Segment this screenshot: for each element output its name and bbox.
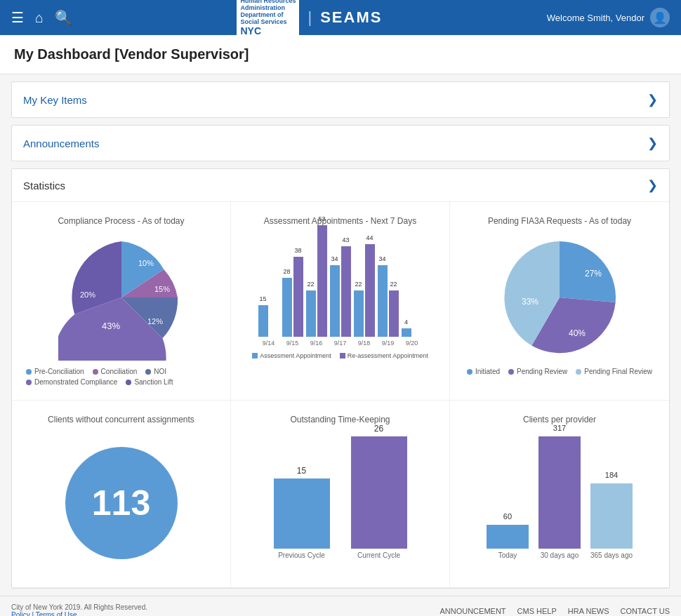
legend-square-assess <box>252 353 258 359</box>
copyright-text: City of New York 2019. All Rights Reserv… <box>11 603 147 611</box>
clients-provider-cell: Clients per provider 60 Today 317 <box>450 401 669 588</box>
fia3a-legend: Initiated Pending Review Pending Final R… <box>464 368 655 375</box>
footer-policy-links[interactable]: Policy | Terms of Use <box>11 611 147 616</box>
content: My Key Items ❯ Announcements ❯ Statistic… <box>0 81 681 589</box>
legend-sanction: Sanction Lift <box>126 378 173 386</box>
seams-title: SEAMS <box>320 8 382 27</box>
bar-date-914: 9/14 <box>263 340 275 347</box>
statistics-header[interactable]: Statistics ❯ <box>12 169 669 202</box>
bar-915-reassess: 38 <box>293 257 303 337</box>
fia-label-33: 33% <box>522 297 538 307</box>
legend-conciliation: Conciliation <box>93 368 138 375</box>
bar-916-reassess: 53 <box>317 225 327 337</box>
bar-pair-919: 34 22 <box>378 265 399 337</box>
fia-label-40: 40% <box>569 328 586 338</box>
bar-prev-date: Previous Cycle <box>278 551 325 559</box>
footer-cms-help[interactable]: CMS HELP <box>517 607 557 615</box>
clients-concurrent-cell: Clients without concurrent assignments 1… <box>12 401 231 588</box>
legend-square-reassess <box>340 353 345 359</box>
legend-reassess: Re-assessment Appointment <box>340 352 428 359</box>
footer-contact-us[interactable]: CONTACT US <box>621 607 670 615</box>
charts-grid: Compliance Process - As of today <box>12 202 669 588</box>
bar-pair-916: 22 53 <box>306 225 327 337</box>
footer-right: ANNOUNCEMENT CMS HELP HRA NEWS CONTACT U… <box>439 607 670 615</box>
bar-920-assess: 4 <box>402 328 411 337</box>
timekeeping-title: Outstanding Time-Keeping <box>242 415 438 424</box>
bar-date-920: 9/20 <box>406 340 418 347</box>
menu-icon[interactable]: ☰ <box>11 9 24 26</box>
bar-pair-920: 4 <box>402 328 423 337</box>
fia3a-pie-chart: 27% 40% 33% <box>496 234 623 361</box>
footer-left: City of New York 2019. All Rights Reserv… <box>11 603 147 616</box>
page-title-bar: My Dashboard [Vendor Supervisor] <box>0 35 681 74</box>
bar-919-assess: 34 <box>378 265 388 337</box>
big-circle-113: 113 <box>65 447 178 559</box>
bar-prev-label: 15 <box>297 466 306 476</box>
bar-prev-cycle: 15 <box>274 478 330 549</box>
bar-30days-label: 317 <box>553 424 566 432</box>
appointments-chart-title: Assessment Appointments - Next 7 Days <box>242 216 438 226</box>
legend-dot-conciliation <box>93 369 98 375</box>
legend-label-assess: Assessment Appointment <box>260 352 331 359</box>
avatar[interactable]: 👤 <box>650 8 670 27</box>
bar-917-reassess: 43 <box>341 246 351 337</box>
chevron-key-items-icon: ❯ <box>647 92 658 107</box>
bar-date-918: 9/18 <box>358 340 371 347</box>
legend-label-pre-conciliation: Pre-Conciliation <box>34 368 84 375</box>
compliance-pie-container: 10% 15% 12% 43% 20% Pre-Conciliation <box>23 234 219 386</box>
bar-date-919: 9/19 <box>382 340 395 347</box>
fia3a-chart-cell: Pending FIA3A Requests - As of today 2 <box>450 202 669 401</box>
header: ☰ ⌂ 🔍 Human ResourcesAdministrationDepar… <box>0 0 681 35</box>
bar-916-assess: 22 <box>306 290 316 337</box>
legend-dot-demonstrated <box>26 380 32 385</box>
bar-today: 60 <box>487 525 529 549</box>
bar-date-915: 9/15 <box>286 340 299 347</box>
legend-dot-initiated <box>467 369 472 375</box>
legend-dot-pending-review <box>508 369 514 375</box>
legend-demonstrated: Demonstrated Compliance <box>26 378 117 386</box>
legend-assess: Assessment Appointment <box>252 352 331 359</box>
appointments-legend: Assessment Appointment Re-assessment App… <box>242 352 438 359</box>
accordion-key-items: My Key Items ❯ <box>11 81 670 118</box>
fia-label-27: 27% <box>585 269 602 279</box>
footer-announcement[interactable]: ANNOUNCEMENT <box>439 607 505 615</box>
search-icon[interactable]: 🔍 <box>55 9 72 26</box>
appointments-bar-chart: 15 9/14 28 <box>242 234 438 347</box>
clients-concurrent-title: Clients without concurrent assignments <box>23 415 219 424</box>
bar-pair-917: 34 43 <box>330 246 351 337</box>
clients-concurrent-circle: 113 <box>23 433 219 573</box>
bar-915-assess: 28 <box>282 278 292 337</box>
compliance-legend: Pre-Conciliation Conciliation NOI D <box>23 368 219 386</box>
bar-914-assess: 15 <box>258 305 268 337</box>
bar-365days-label: 184 <box>605 471 618 479</box>
provider-365days: 184 365 days ago <box>590 483 633 559</box>
clients-provider-bars: 60 Today 317 30 days ago 184 <box>461 433 658 559</box>
timekeeping-prev: 15 Previous Cycle <box>274 478 330 559</box>
legend-label-pending-review: Pending Review <box>517 368 567 375</box>
provider-30days: 317 30 days ago <box>538 436 581 559</box>
bar-date-916: 9/16 <box>310 340 323 347</box>
bar-group-914: 15 9/14 <box>258 305 279 347</box>
appointments-chart-cell: Assessment Appointments - Next 7 Days 15 <box>231 202 450 401</box>
bar-curr-label: 26 <box>374 424 383 434</box>
chevron-announcements-icon: ❯ <box>647 135 658 151</box>
legend-initiated: Initiated <box>467 368 500 375</box>
legend-label-pending-final: Pending Final Review <box>584 368 652 375</box>
pie-label-15: 15% <box>154 285 169 293</box>
legend-label-demonstrated: Demonstrated Compliance <box>34 378 117 386</box>
bar-group-920: 4 9/20 <box>402 328 423 347</box>
compliance-pie-chart: 10% 15% 12% 43% 20% <box>58 234 185 361</box>
legend-dot-pre-conciliation <box>26 369 32 375</box>
accordion-announcements-header[interactable]: Announcements ❯ <box>12 126 669 161</box>
bar-curr-cycle: 26 <box>351 436 407 549</box>
legend-label-reassess: Re-assessment Appointment <box>348 352 428 359</box>
pie-label-20: 20% <box>79 290 95 299</box>
accordion-key-items-header[interactable]: My Key Items ❯ <box>12 82 669 117</box>
footer: City of New York 2019. All Rights Reserv… <box>0 596 681 616</box>
footer-hra-news[interactable]: HRA NEWS <box>568 607 609 615</box>
bar-pair-915: 28 38 <box>282 257 303 337</box>
home-icon[interactable]: ⌂ <box>35 10 44 26</box>
legend-label-initiated: Initiated <box>475 368 500 375</box>
legend-noi: NOI <box>145 368 166 375</box>
welcome-text: Welcome Smith, Vendor <box>547 13 644 23</box>
